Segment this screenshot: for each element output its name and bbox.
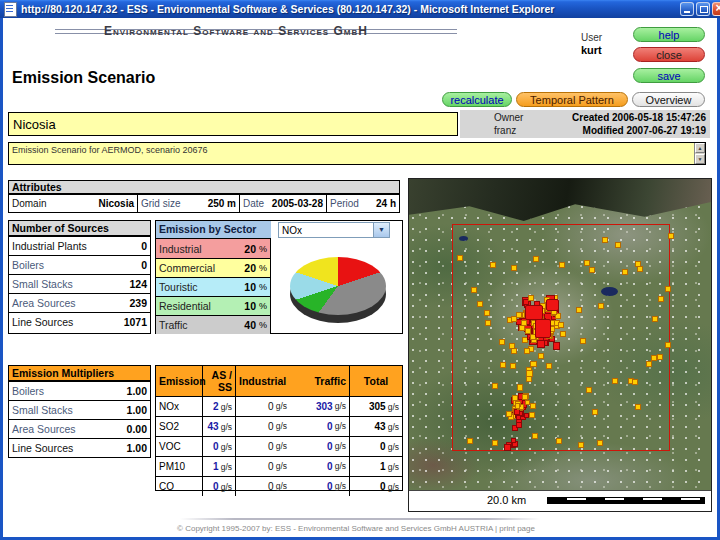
emission-by-sector-panel: Emission by Sector NOx ▼ Industrial20% C… (155, 220, 403, 334)
table-row[interactable]: Area Sources0.00 (9, 419, 150, 438)
user-name: kurt (581, 44, 602, 56)
sources-table-title: Number of Sources (9, 221, 150, 236)
close-window-icon[interactable] (712, 2, 720, 16)
number-of-sources-table: Number of Sources Industrial Plants0 Boi… (8, 220, 151, 334)
close-button[interactable]: close (633, 47, 705, 62)
emissions-header-row: Emission AS / SS Industrial Traffic Tota… (156, 366, 402, 396)
scale-bar (547, 497, 705, 504)
minimize-icon[interactable] (680, 2, 694, 16)
browser-window: http://80.120.147.32 - ESS - Environment… (0, 0, 720, 540)
window-controls (680, 2, 720, 16)
maximize-icon[interactable] (696, 2, 710, 16)
emissions-row: SO2 43g/s 0g/s 0g/s 43g/s (156, 416, 402, 436)
col-total: Total (350, 366, 402, 396)
help-button[interactable]: help (633, 27, 705, 42)
map-scale-strip: 20.0 km (409, 490, 711, 511)
scenario-name-input[interactable] (8, 112, 458, 136)
window-titlebar[interactable]: http://80.120.147.32 - ESS - Environment… (0, 0, 720, 18)
table-row[interactable]: Boilers1.00 (9, 381, 150, 400)
col-traffic: Traffic (314, 375, 346, 387)
emissions-totals-table: Emission AS / SS Industrial Traffic Tota… (155, 365, 403, 491)
description-scrollbar[interactable]: ▲ ▼ (694, 143, 705, 164)
chevron-down-icon[interactable]: ▼ (373, 223, 389, 237)
col-emission: Emission (156, 366, 203, 396)
model-domain-rectangle (452, 224, 670, 451)
sector-row: Commercial20% (156, 258, 271, 277)
attr-domain-label: Domain (12, 198, 46, 209)
emissions-row: NOx 2g/s 0g/s 303g/s 305g/s (156, 396, 402, 416)
sector-row: Residential10% (156, 296, 271, 315)
footer-copyright: © Copyright 1995-2007 by: ESS - Environm… (0, 524, 712, 533)
multipliers-table-title: Emission Multipliers (9, 366, 150, 381)
owner-value: franz (494, 125, 516, 136)
table-row: Line Sources1.00 (9, 438, 150, 457)
sector-row: Traffic40% (156, 315, 271, 334)
pie-slices (290, 257, 386, 315)
table-row[interactable]: Boilers0 (9, 255, 150, 274)
table-row[interactable]: Area Sources239 (9, 293, 150, 312)
internet-explorer-page-icon (4, 2, 17, 17)
scale-label: 20.0 km (487, 494, 526, 506)
attr-domain-value: Nicosia (98, 198, 134, 209)
footer-divider (180, 518, 540, 520)
attr-gridsize-value: 250 m (208, 198, 236, 209)
modified-timestamp: Modified 2007-06-27 19:19 (583, 125, 706, 136)
satellite-terrain (409, 179, 711, 490)
table-row: Industrial Plants0 (9, 236, 150, 255)
emissions-row: PM10 1g/s 0g/s 0g/s 1g/s (156, 456, 402, 476)
table-row: Line Sources1071 (9, 312, 150, 331)
sector-table-title: Emission by Sector (156, 221, 271, 239)
emissions-row: CO 0g/s 0g/s 0g/s 0g/s (156, 476, 402, 496)
table-row[interactable]: Small Stacks1.00 (9, 400, 150, 419)
window-title: http://80.120.147.32 - ESS - Environment… (21, 3, 676, 15)
sector-pie-chart (276, 243, 400, 331)
attr-date-label: Date (243, 198, 264, 209)
emissions-row: VOC 0g/s 0g/s 0g/s 0g/s (156, 436, 402, 456)
attr-period-label: Period (330, 198, 359, 209)
recalculate-button[interactable]: recalculate (442, 92, 512, 107)
page-title: Emission Scenario (12, 69, 155, 87)
window-border-left (0, 18, 3, 540)
scroll-up-icon[interactable]: ▲ (695, 143, 705, 153)
attr-date-value: 2005-03-28 (272, 198, 323, 209)
pollutant-select[interactable]: NOx ▼ (278, 222, 390, 238)
scenario-description-textarea[interactable]: Emission Scenario for AERMOD, scenario 2… (8, 142, 706, 165)
attributes-row: Domain Nicosia Grid size 250 m Date 2005… (8, 194, 400, 213)
company-logo-text: Environmental Software and Services GmbH (104, 24, 368, 38)
col-industrial: Industrial (239, 375, 286, 387)
table-row[interactable]: Small Stacks124 (9, 274, 150, 293)
col-as-ss: AS / SS (203, 366, 236, 396)
temporal-pattern-button[interactable]: Temporal Pattern (516, 92, 628, 107)
user-label: User (581, 32, 602, 43)
domain-map[interactable]: 20.0 km (408, 178, 712, 512)
attr-period-value: 24 h (376, 198, 396, 209)
scroll-down-icon[interactable]: ▼ (695, 154, 705, 164)
overview-button[interactable]: Overview (632, 92, 705, 107)
save-button[interactable]: save (633, 68, 705, 83)
owner-label: Owner (494, 112, 523, 123)
attributes-header: Attributes (8, 180, 400, 194)
emission-multipliers-table: Emission Multipliers Boilers1.00 Small S… (8, 365, 151, 458)
sector-row: Industrial20% (156, 239, 271, 258)
scenario-description-text: Emission Scenario for AERMOD, scenario 2… (12, 145, 208, 155)
sector-row: Touristic10% (156, 277, 271, 296)
created-timestamp: Created 2006-05-18 15:47:26 (572, 112, 706, 123)
pollutant-selected-value: NOx (282, 225, 302, 236)
sector-rows: Industrial20% Commercial20% Touristic10%… (156, 239, 271, 334)
attr-gridsize-label: Grid size (141, 198, 180, 209)
owner-panel: Owner franz Created 2006-05-18 15:47:26 … (460, 110, 710, 138)
